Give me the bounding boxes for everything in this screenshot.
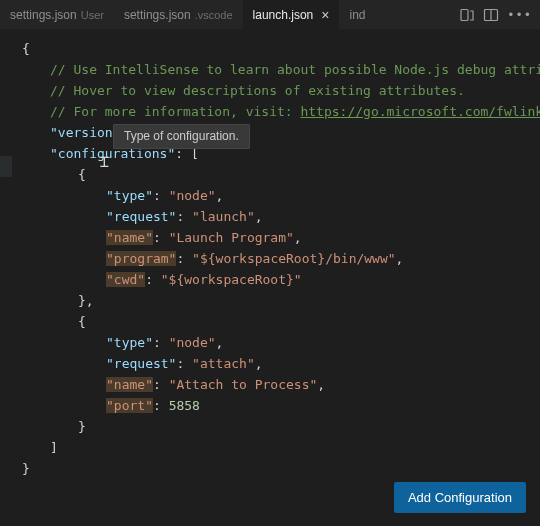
- json-key: "request": [106, 209, 176, 224]
- json-key-name: "name": [106, 377, 153, 392]
- tab-label: launch.json: [253, 8, 314, 22]
- comment: // Use IntelliSense to learn about possi…: [50, 62, 540, 77]
- close-icon[interactable]: ×: [321, 7, 329, 23]
- json-key: "type": [106, 335, 153, 350]
- json-key-name: "name": [106, 230, 153, 245]
- add-configuration-button[interactable]: Add Configuration: [394, 482, 526, 513]
- json-string: "Launch Program": [169, 230, 294, 245]
- comment: // Hover to view descriptions of existin…: [50, 83, 465, 98]
- tab-label: settings.json: [124, 8, 191, 22]
- json-string: "attach": [192, 356, 255, 371]
- json-key: "type": [106, 188, 153, 203]
- tab-launch-json[interactable]: launch.json ×: [243, 0, 340, 29]
- json-key: "request": [106, 356, 176, 371]
- tab-settings-vscode[interactable]: settings.json .vscode: [114, 0, 243, 29]
- tab-sublabel: .vscode: [195, 9, 233, 21]
- doc-link[interactable]: https://go.microsoft.com/fwlink/?li: [300, 104, 540, 119]
- code-editor[interactable]: { // Use IntelliSense to learn about pos…: [0, 30, 540, 479]
- text-cursor-icon: Ꮖ: [100, 155, 109, 171]
- brace: {: [22, 41, 30, 56]
- json-string: "launch": [192, 209, 255, 224]
- json-string: "node": [169, 188, 216, 203]
- json-string: "${workspaceRoot}/bin/www": [192, 251, 396, 266]
- more-icon[interactable]: •••: [507, 8, 532, 22]
- tab-settings-user[interactable]: settings.json User: [0, 0, 114, 29]
- hover-tooltip: Type of configuration.: [113, 124, 250, 149]
- tab-actions: •••: [459, 7, 540, 23]
- json-key-program: "program": [106, 251, 176, 266]
- tab-ind[interactable]: ind: [339, 0, 375, 29]
- json-number: 5858: [169, 398, 200, 413]
- json-key: "version": [50, 125, 120, 140]
- json-key-port: "port": [106, 398, 153, 413]
- json-string: "${workspaceRoot}": [161, 272, 302, 287]
- json-key-cwd: "cwd": [106, 272, 145, 287]
- json-string: "Attach to Process": [169, 377, 318, 392]
- tab-label: ind: [349, 8, 365, 22]
- tab-label: settings.json: [10, 8, 77, 22]
- comment: // For more information, visit:: [50, 104, 300, 119]
- split-editor-icon[interactable]: [483, 7, 499, 23]
- json-string: "node": [169, 335, 216, 350]
- compare-icon[interactable]: [459, 7, 475, 23]
- tab-bar: settings.json User settings.json .vscode…: [0, 0, 540, 30]
- tab-sublabel: User: [81, 9, 104, 21]
- svg-rect-0: [461, 9, 468, 20]
